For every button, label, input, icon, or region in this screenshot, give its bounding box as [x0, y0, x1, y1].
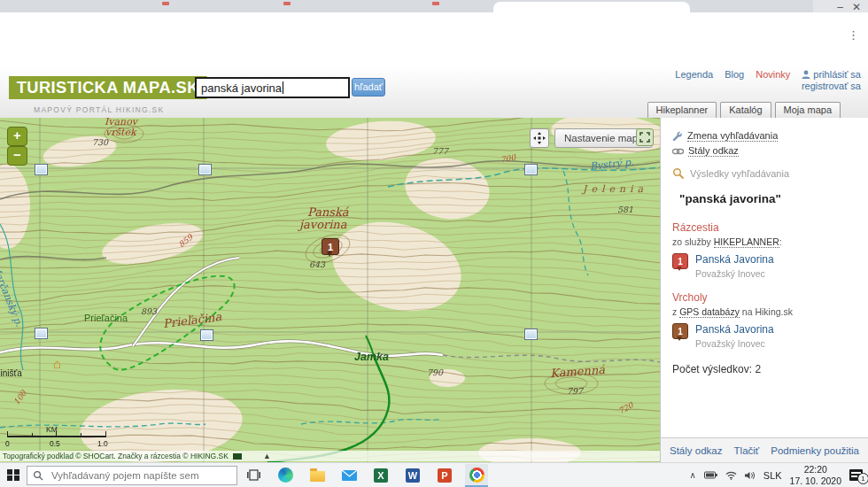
photo-icon[interactable] — [524, 164, 538, 175]
battery-icon[interactable] — [704, 471, 717, 479]
active-browser-tab[interactable] — [493, 2, 690, 12]
pan-compass-button[interactable] — [530, 128, 549, 148]
search-icon — [33, 470, 43, 481]
map-graphics — [0, 118, 660, 462]
section-heading-razcestia: Rázcestia — [672, 221, 868, 234]
result-item[interactable]: 1 Panská Javorina Považský Inovec — [672, 323, 868, 349]
hikeplanner-link[interactable]: HIKEPLANNER — [714, 236, 779, 248]
change-search-link[interactable]: Zmena vyhľadávania — [687, 130, 778, 142]
system-tray: ∧ SLK 22:20 17. 10. 2020 1 — [689, 464, 868, 486]
map-label-settlement: ilinišťa — [0, 368, 22, 378]
tab-favicon — [162, 2, 169, 5]
map-label-javorina: javorina — [299, 218, 346, 231]
edge-icon — [278, 468, 293, 483]
task-view-button[interactable] — [242, 464, 265, 487]
mail-icon — [342, 470, 357, 481]
browser-menu-icon[interactable]: ⋮ — [848, 28, 859, 42]
close-button[interactable]: ✕ — [852, 1, 861, 13]
photo-icon[interactable] — [198, 164, 212, 175]
tab-moja-mapa[interactable]: Moja mapa — [775, 102, 841, 118]
result-name-link[interactable]: Panská Javorina — [695, 323, 774, 336]
photo-icon[interactable] — [524, 329, 538, 340]
minimize-button[interactable]: – — [837, 1, 843, 13]
login-link[interactable]: prihlásiť sa — [802, 69, 861, 80]
tab-favicon — [283, 2, 291, 5]
legenda-link[interactable]: Legenda — [675, 69, 713, 80]
zoom-in-button[interactable]: + — [7, 127, 27, 146]
register-link[interactable]: registrovať sa — [802, 81, 861, 91]
windows-logo-icon — [7, 469, 19, 482]
taskbar-search-input[interactable] — [50, 469, 230, 482]
excel-button[interactable]: X — [369, 464, 392, 487]
word-button[interactable]: W — [401, 464, 424, 487]
speaker-icon[interactable] — [745, 471, 756, 480]
taskbar-clock[interactable]: 22:20 17. 10. 2020 — [790, 464, 841, 486]
excel-icon: X — [374, 468, 388, 483]
result-name-link[interactable]: Panská Javorina — [695, 253, 774, 266]
section-source: z GPS databázy na Hiking.sk — [672, 306, 868, 317]
map-elevation-893: 893 — [141, 306, 157, 316]
map-result-marker[interactable]: 1 — [322, 238, 339, 255]
clock-date: 17. 10. 2020 — [790, 475, 841, 487]
clock-time: 22:20 — [790, 464, 841, 475]
browser-tab-strip[interactable]: – ✕ — [0, 0, 868, 12]
permalink-link[interactable]: Stály odkaz — [688, 145, 739, 157]
mountain-icon: ▲ — [263, 451, 271, 461]
map-elevation-797: 797 — [567, 386, 583, 396]
tray-chevron-up-icon[interactable]: ∧ — [689, 470, 695, 480]
gps-database-link[interactable]: GPS databázy — [679, 306, 740, 318]
search-input[interactable]: panská javorina — [195, 77, 350, 98]
tab-hikeplanner[interactable]: Hikeplanner — [647, 102, 717, 118]
zoom-out-button[interactable]: − — [7, 146, 27, 166]
map-roads — [0, 258, 660, 362]
mail-button[interactable] — [337, 464, 360, 487]
link-icon — [672, 148, 684, 155]
blog-link[interactable]: Blog — [725, 69, 744, 80]
windows-taskbar: X W P ∧ SLK 22:20 17. 10. 2020 — [0, 462, 868, 487]
footer-print-link[interactable]: Tlačiť — [734, 445, 760, 456]
footer-terms-link[interactable]: Podmienky použitia — [771, 445, 859, 456]
result-region: Považský Inovec — [695, 268, 774, 279]
powerpoint-icon: P — [438, 468, 452, 483]
file-explorer-button[interactable] — [306, 464, 329, 487]
powerpoint-button[interactable]: P — [433, 464, 456, 487]
tab-katalog[interactable]: Katalóg — [720, 102, 771, 118]
site-tagline: MAPOVÝ PORTÁL HIKING.SK — [34, 105, 165, 114]
fullscreen-arrows-icon — [639, 132, 650, 143]
login-label: prihlásiť sa — [813, 69, 861, 80]
result-item[interactable]: 1 Panská Javorina Považský Inovec — [672, 253, 868, 279]
chrome-button[interactable] — [465, 464, 488, 487]
brown-marker-icon: 1 — [672, 323, 688, 339]
novinky-link[interactable]: Novinky — [756, 69, 790, 80]
fullscreen-button[interactable] — [636, 128, 654, 146]
search-results-icon — [672, 167, 685, 180]
map-label-panska: Panská — [307, 205, 349, 219]
pan-arrows-icon — [533, 132, 546, 144]
footer-permalink-link[interactable]: Stály odkaz — [670, 445, 722, 456]
taskbar-search[interactable] — [27, 466, 237, 485]
wifi-icon[interactable] — [725, 471, 737, 480]
results-title: Výsledky vyhľadávania — [690, 168, 789, 179]
language-indicator[interactable]: SLK — [763, 470, 782, 481]
wrench-icon — [672, 131, 683, 142]
search-button[interactable]: hľadať — [352, 78, 385, 97]
word-icon: W — [406, 468, 420, 483]
topographic-map[interactable]: Ivanov vrštek 730 777 700 Bystrý p. Jele… — [0, 118, 660, 462]
text-caret — [283, 81, 283, 94]
map-elevation-790: 790 — [427, 367, 443, 377]
site-logo[interactable]: TURISTICKA MAPA.SK — [9, 76, 207, 99]
map-elevation-730: 730 — [92, 137, 108, 147]
task-view-icon — [247, 469, 260, 481]
photo-icon[interactable] — [200, 329, 213, 341]
action-center-button[interactable]: 1 — [849, 469, 863, 481]
start-button[interactable] — [0, 463, 27, 487]
edge-button[interactable] — [274, 464, 297, 487]
search-results-panel: Zmena vyhľadávania Stály odkaz Výsledky … — [660, 118, 868, 437]
map-clearings — [0, 118, 660, 462]
map-elevation-581: 581 — [617, 205, 633, 214]
source-suffix: na Hiking.sk — [740, 306, 793, 317]
shelter-house-icon: ⌂ — [53, 357, 61, 370]
hiking-logo-icon — [233, 453, 242, 460]
photo-icon[interactable] — [35, 328, 48, 339]
photo-icon[interactable] — [35, 164, 48, 175]
